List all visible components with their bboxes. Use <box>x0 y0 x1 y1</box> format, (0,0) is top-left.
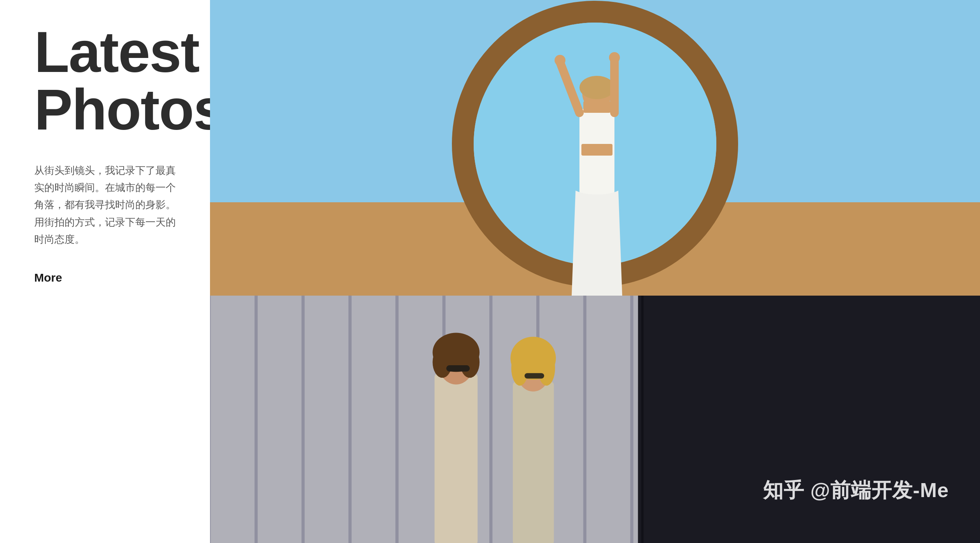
more-link[interactable]: More <box>34 271 179 284</box>
title-line2: Photos <box>34 77 225 142</box>
bottom-photo: 知乎 @前端开发-Me <box>210 296 980 543</box>
svg-rect-20 <box>489 296 492 543</box>
top-photo-container <box>210 0 980 296</box>
title-line1: Latest <box>34 20 199 84</box>
svg-point-11 <box>609 52 620 63</box>
svg-point-35 <box>511 350 528 386</box>
bottom-photo-container: 知乎 @前端开发-Me <box>210 296 980 543</box>
svg-rect-23 <box>630 296 634 543</box>
main-title: Latest Photos <box>34 23 179 138</box>
svg-rect-18 <box>396 296 399 543</box>
left-panel: Latest Photos 从街头到镜头，我记录下了最真实的时尚瞬间。在城市的每… <box>0 0 210 296</box>
svg-rect-37 <box>525 373 544 378</box>
bottom-left-empty <box>0 296 210 543</box>
svg-rect-13 <box>210 296 638 543</box>
svg-rect-15 <box>255 296 258 543</box>
bottom-section: 知乎 @前端开发-Me <box>0 296 980 543</box>
svg-rect-24 <box>638 296 980 543</box>
svg-point-30 <box>460 347 480 378</box>
svg-rect-22 <box>583 296 586 543</box>
svg-rect-25 <box>641 296 644 543</box>
svg-point-29 <box>432 347 452 378</box>
svg-rect-16 <box>301 296 304 543</box>
svg-rect-17 <box>348 296 352 543</box>
svg-rect-31 <box>446 365 470 371</box>
svg-rect-14 <box>210 296 211 543</box>
svg-rect-26 <box>434 374 478 543</box>
description-text: 从街头到镜头，我记录下了最真实的时尚瞬间。在城市的每一个角落，都有我寻找时尚的身… <box>34 162 179 248</box>
page-container: Latest Photos 从街头到镜头，我记录下了最真实的时尚瞬间。在城市的每… <box>0 0 980 543</box>
svg-point-7 <box>579 76 614 99</box>
top-photo-svg <box>210 0 980 296</box>
top-photo <box>210 0 980 296</box>
svg-rect-32 <box>513 382 554 543</box>
svg-rect-12 <box>581 144 612 156</box>
svg-point-10 <box>555 55 565 66</box>
bottom-photo-svg <box>210 296 980 543</box>
svg-point-36 <box>538 350 555 386</box>
top-section: Latest Photos 从街头到镜头，我记录下了最真实的时尚瞬间。在城市的每… <box>0 0 980 296</box>
